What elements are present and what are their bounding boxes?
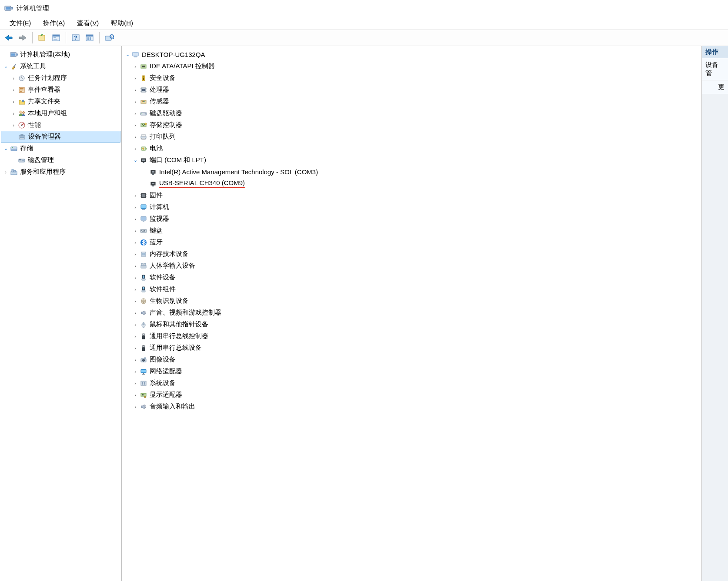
device-category[interactable]: ›电池 (123, 143, 701, 154)
expand-icon[interactable]: › (10, 110, 17, 117)
actions-item[interactable]: 更 (702, 80, 728, 94)
expand-icon[interactable]: › (131, 274, 139, 282)
device-category[interactable]: ›固件 (123, 189, 701, 201)
device-category[interactable]: ›声音、视频和游戏控制器 (123, 307, 701, 319)
tree-item-任务计划程序[interactable]: ›任务计划程序 (1, 72, 120, 84)
expand-icon[interactable]: ⌄ (2, 63, 10, 70)
expand-icon[interactable]: › (131, 321, 139, 329)
menu-file[interactable]: 文件(F) (3, 18, 37, 28)
device-category[interactable]: ›软件组件 (123, 283, 701, 295)
tree-services[interactable]: › 服务和应用程序 (1, 166, 120, 178)
device-category-ports[interactable]: ⌄ 端口 (COM 和 LPT) (123, 154, 701, 166)
tree-label: 蓝牙 (149, 238, 163, 246)
device-root[interactable]: ⌄ DESKTOP-UG132QA (123, 49, 701, 60)
device-category[interactable]: ›系统设备 (123, 377, 701, 389)
left-tree-pane[interactable]: 计算机管理(本地) ⌄ 系统工具 ›任务计划程序›事件查看器›共享文件夹›本地用… (0, 46, 122, 581)
expand-icon[interactable]: › (131, 192, 139, 199)
device-tree-pane[interactable]: ⌄ DESKTOP-UG132QA ›IDE ATA/ATAPI 控制器›安全设… (122, 46, 702, 581)
tree-storage[interactable]: ⌄ 存储 (1, 143, 120, 154)
expand-icon[interactable]: ⌄ (131, 156, 139, 164)
expand-icon[interactable]: › (131, 133, 139, 141)
show-hide-button[interactable] (36, 32, 48, 44)
tree-item-性能[interactable]: ›性能 (1, 119, 120, 131)
expand-icon[interactable]: › (131, 379, 139, 387)
expand-icon[interactable]: ⌄ (124, 51, 131, 59)
svg-point-124 (143, 359, 145, 361)
device-category[interactable]: ›音频输入和输出 (123, 401, 701, 412)
menu-action[interactable]: 操作(A) (37, 18, 71, 28)
device-category[interactable]: ›存储控制器 (123, 119, 701, 131)
expand-icon[interactable]: › (131, 368, 139, 375)
device-category[interactable]: ›计算机 (123, 201, 701, 213)
expand-icon[interactable]: › (131, 250, 139, 258)
device-category[interactable]: ›监视器 (123, 213, 701, 225)
device-category[interactable]: ›生物识别设备 (123, 295, 701, 307)
expand-icon[interactable]: › (131, 286, 139, 293)
help-button[interactable]: ? (70, 32, 82, 44)
expand-icon[interactable]: › (131, 145, 139, 153)
expand-icon[interactable]: › (131, 403, 139, 411)
device-category[interactable]: ›通用串行总线设备 (123, 342, 701, 354)
tree-label: DESKTOP-UG132QA (141, 51, 205, 58)
device-category[interactable]: ›图像设备 (123, 354, 701, 365)
actions-item[interactable]: 设备管 (702, 58, 728, 80)
device-item[interactable]: Intel(R) Active Management Technology - … (123, 166, 701, 178)
device-category[interactable]: ›网络适配器 (123, 365, 701, 377)
expand-icon[interactable]: › (2, 168, 10, 176)
blank-twisty (141, 168, 149, 176)
device-item[interactable]: USB-SERIAL CH340 (COM9) (123, 178, 701, 189)
expand-icon[interactable]: › (131, 215, 139, 223)
device-category[interactable]: ›打印队列 (123, 131, 701, 143)
expand-icon[interactable]: › (131, 110, 139, 117)
device-category[interactable]: ›软件设备 (123, 272, 701, 283)
expand-icon[interactable]: › (10, 121, 17, 129)
item-icon (18, 133, 27, 141)
forward-button[interactable] (17, 32, 29, 44)
menu-help[interactable]: 帮助(H) (105, 18, 139, 28)
tree-root-computer-management[interactable]: 计算机管理(本地) (1, 49, 120, 60)
expand-icon[interactable]: › (10, 98, 17, 106)
tree-item-磁盘管理[interactable]: 磁盘管理 (1, 154, 120, 166)
device-category[interactable]: ›磁盘驱动器 (123, 107, 701, 119)
expand-icon[interactable]: ⌄ (2, 145, 10, 153)
expand-icon[interactable]: › (131, 356, 139, 364)
expand-icon[interactable]: › (131, 63, 139, 70)
device-category[interactable]: ›蓝牙 (123, 236, 701, 248)
expand-icon[interactable]: › (131, 239, 139, 246)
expand-icon[interactable]: › (131, 98, 139, 106)
expand-icon[interactable]: › (131, 297, 139, 305)
expand-icon[interactable]: › (131, 227, 139, 235)
device-category[interactable]: ›内存技术设备 (123, 248, 701, 260)
device-category[interactable]: ›IDE ATA/ATAPI 控制器 (123, 60, 701, 72)
expand-icon[interactable]: › (131, 74, 139, 82)
device-category[interactable]: ›通用串行总线控制器 (123, 330, 701, 342)
back-button[interactable] (3, 32, 15, 44)
device-category[interactable]: ›鼠标和其他指针设备 (123, 319, 701, 330)
svg-rect-26 (20, 90, 23, 90)
tree-item-设备管理器[interactable]: 设备管理器 (1, 131, 120, 143)
tree-item-事件查看器[interactable]: ›事件查看器 (1, 84, 120, 96)
expand-icon[interactable]: › (131, 344, 139, 352)
device-category[interactable]: ›键盘 (123, 225, 701, 236)
device-category[interactable]: ›显示适配器 (123, 389, 701, 401)
device-category[interactable]: ›安全设备 (123, 72, 701, 84)
expand-icon[interactable]: › (131, 391, 139, 399)
menu-view[interactable]: 查看(V) (71, 18, 105, 28)
expand-icon[interactable]: › (131, 121, 139, 129)
tree-item-共享文件夹[interactable]: ›共享文件夹 (1, 96, 120, 107)
expand-icon[interactable]: › (131, 203, 139, 211)
scan-button[interactable] (103, 32, 115, 44)
expand-icon[interactable]: › (10, 74, 17, 82)
device-category[interactable]: ›人体学输入设备 (123, 260, 701, 272)
device-category[interactable]: ›处理器 (123, 84, 701, 96)
properties-button[interactable] (50, 32, 62, 44)
expand-icon[interactable]: › (131, 332, 139, 340)
expand-icon[interactable]: › (10, 86, 17, 94)
tree-item-本地用户和组[interactable]: ›本地用户和组 (1, 107, 120, 119)
expand-icon[interactable]: › (131, 309, 139, 317)
expand-icon[interactable]: › (131, 262, 139, 270)
device-category[interactable]: ›传感器 (123, 96, 701, 107)
tree-system-tools[interactable]: ⌄ 系统工具 (1, 60, 120, 72)
expand-icon[interactable]: › (131, 86, 139, 94)
refresh-button[interactable] (83, 32, 96, 44)
